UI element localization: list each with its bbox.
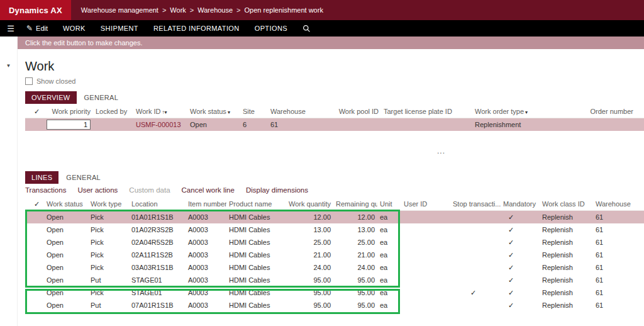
tab-overview[interactable]: OVERVIEW: [25, 91, 77, 104]
breadcrumb-warehouse-management[interactable]: Warehouse management: [81, 6, 158, 14]
cell-site: 6: [240, 118, 268, 131]
show-closed-checkbox[interactable]: Show closed: [25, 77, 75, 85]
breadcrumb-work[interactable]: Work: [170, 6, 186, 14]
table-row[interactable]: OpenPick02A11R1S2BA0003HDMI Cables21.002…: [25, 249, 644, 261]
col-header-unit[interactable]: Unit: [377, 198, 401, 210]
sort-filter-icon: ▾: [525, 110, 528, 115]
col-header-target-license-plate-id[interactable]: Target license plate ID: [381, 105, 472, 118]
tab-lines-general[interactable]: GENERAL: [60, 171, 107, 184]
cell-work-class-id: Replenish: [540, 261, 593, 274]
tab-overview-general[interactable]: GENERAL: [78, 91, 125, 104]
col-header-warehouse[interactable]: Warehouse: [593, 198, 631, 210]
menu-item-related-information[interactable]: RELATED INFORMATION: [146, 25, 247, 32]
breadcrumb-open-replenishment-work[interactable]: Open replenishment work: [245, 6, 323, 14]
table-row[interactable]: 1USMF-000013Open661Replenishment: [25, 118, 644, 131]
checkbox-icon[interactable]: [25, 77, 33, 85]
cell-product-name: HDMI Cables: [226, 286, 286, 299]
cell-user-id: [401, 249, 450, 261]
cell-select: [25, 274, 44, 286]
priority-input[interactable]: 1: [47, 120, 91, 130]
col-header-work-quantity[interactable]: Work quantity: [286, 198, 333, 210]
action-display-dimensions[interactable]: Display dimensions: [246, 186, 308, 194]
col-header-work-order-type[interactable]: Work order type▾: [472, 105, 567, 118]
table-row[interactable]: OpenPickSTAGE01A0003HDMI Cables95.0095.0…: [25, 286, 644, 299]
col-header-work-status[interactable]: Work status▾: [187, 105, 240, 118]
cell-location: STAGE01: [129, 286, 186, 299]
cell-item-number: A0003: [186, 249, 226, 261]
col-header-work-id[interactable]: Work ID↑▾: [133, 105, 187, 118]
col-header-mandatory[interactable]: Mandatory: [501, 198, 540, 210]
cell-work-pool-id: [325, 118, 381, 131]
search-icon[interactable]: [295, 25, 318, 33]
col-header-product-name[interactable]: Product name: [226, 198, 286, 210]
col-header-location[interactable]: Location: [129, 198, 186, 210]
cell-location: 02A04R5S2B: [129, 236, 186, 249]
lines-actions: TransactionsUser actionsCustom dataCance…: [25, 186, 644, 194]
col-header-work-pool-id[interactable]: Work pool ID: [325, 105, 381, 118]
col-header-remaining-qu[interactable]: Remaining qu...: [333, 198, 377, 210]
breadcrumb-warehouse[interactable]: Warehouse: [197, 6, 233, 14]
cell-work-status: Open: [44, 261, 88, 274]
notification-bar: Click the edit button to make changes.: [18, 37, 644, 49]
sort-filter-icon: ↑▾: [162, 110, 167, 115]
col-header-stop-transacti[interactable]: Stop transacti...: [450, 198, 501, 210]
collapsed-section-indicator[interactable]: ...: [25, 131, 644, 171]
left-panel: ▼: [0, 37, 18, 326]
cell-work-class-id: Replenish: [540, 236, 593, 249]
col-header-user-id[interactable]: User ID: [401, 198, 450, 210]
cell-location: STAGE01: [129, 274, 186, 286]
edit-button[interactable]: ✎ Edit: [19, 24, 55, 33]
menu-item-options[interactable]: OPTIONS: [247, 25, 295, 32]
cell-product-name: HDMI Cables: [226, 261, 286, 274]
col-header-select[interactable]: ✓: [25, 198, 44, 210]
action-transactions[interactable]: Transactions: [25, 186, 66, 194]
cell-work-quantity: 21.00: [286, 249, 333, 261]
cell-product-name: HDMI Cables: [226, 236, 286, 249]
cell-user-id: [401, 299, 450, 312]
hamburger-menu-icon[interactable]: ☰: [3, 24, 19, 33]
col-header-item-number[interactable]: Item number: [186, 198, 226, 210]
col-header-work-class-id[interactable]: Work class ID: [540, 198, 593, 210]
col-header-work-type[interactable]: Work type: [88, 198, 129, 210]
table-row[interactable]: OpenPick03A03R1S1BA0003HDMI Cables24.002…: [25, 261, 644, 274]
cell-work-type: Put: [88, 274, 129, 286]
lines-table-body: OpenPick01A01R1S1BA0003HDMI Cables12.001…: [25, 211, 644, 312]
table-row[interactable]: OpenPutSTAGE01A0003HDMI Cables95.0095.00…: [25, 274, 644, 286]
app-logo[interactable]: Dynamics AX: [0, 0, 71, 20]
table-row[interactable]: OpenPick01A01R1S1BA0003HDMI Cables12.001…: [25, 211, 644, 223]
cell-mandatory: ✓: [501, 249, 540, 261]
cell-work-class-id: Replenish: [540, 299, 593, 312]
action-custom-data: Custom data: [129, 186, 170, 194]
cell-location: 03A03R1S1B: [129, 261, 186, 274]
cell-work-id[interactable]: USMF-000013: [133, 118, 187, 131]
cell-stop-transacti: [450, 211, 501, 223]
cell-unit: ea: [377, 299, 401, 312]
cell-remaining-qu: 95.00: [333, 299, 377, 312]
tab-lines[interactable]: LINES: [25, 171, 58, 184]
col-header-warehouse[interactable]: Warehouse: [268, 105, 325, 118]
action-cancel-work-line[interactable]: Cancel work line: [182, 186, 235, 194]
menu-item-shipment[interactable]: SHIPMENT: [93, 25, 146, 32]
col-header-site[interactable]: Site: [240, 105, 268, 118]
cell-select: [25, 249, 44, 261]
cell-work-priority[interactable]: 1: [44, 118, 93, 131]
cell-product-name: HDMI Cables: [226, 299, 286, 312]
breadcrumb-separator: >: [190, 6, 194, 14]
cell-user-id: [401, 223, 450, 236]
filter-pane-icon[interactable]: ▼: [0, 63, 17, 69]
col-header-work-status[interactable]: Work status: [44, 198, 88, 210]
breadcrumb-separator: >: [236, 6, 240, 14]
table-row[interactable]: OpenPick01A02R3S2BA0003HDMI Cables13.001…: [25, 223, 644, 236]
col-header-order-number[interactable]: Order number: [567, 105, 636, 118]
col-header-select[interactable]: ✓: [25, 105, 44, 118]
cell-warehouse: 61: [593, 211, 631, 223]
menu-item-work[interactable]: WORK: [55, 25, 93, 32]
col-header-work-priority[interactable]: Work priority: [44, 105, 93, 118]
cell-work-type: Pick: [88, 223, 129, 236]
cell-locked-by: [93, 118, 133, 131]
table-row[interactable]: OpenPick02A04R5S2BA0003HDMI Cables25.002…: [25, 236, 644, 249]
action-user-actions[interactable]: User actions: [77, 186, 118, 194]
col-header-locked-by[interactable]: Locked by: [93, 105, 133, 118]
cell-work-quantity: 24.00: [286, 261, 333, 274]
table-row[interactable]: OpenPut07A01R1S1BA0003HDMI Cables95.0095…: [25, 299, 644, 312]
